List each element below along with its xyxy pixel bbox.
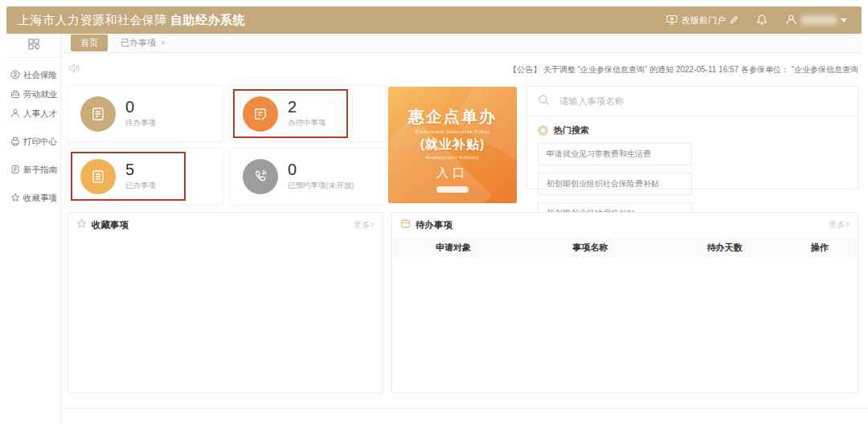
old-portal-label: 改版前门户 xyxy=(682,14,726,26)
sidebar-apps-toggle[interactable] xyxy=(6,34,60,58)
favorites-more-link[interactable]: 更多> xyxy=(354,219,375,230)
search-input[interactable] xyxy=(559,96,800,106)
app-window: 上海市人力资源和社会保障自助经办系统 改版前门户 xyxy=(0,0,868,436)
sidebar-menu: 社会保险 劳动就业 人事人才 xyxy=(6,58,60,208)
star-icon xyxy=(76,218,87,232)
guide-icon xyxy=(10,165,20,176)
monitor-icon xyxy=(666,14,678,26)
sidebar-item-talent[interactable]: 人事人才 xyxy=(6,104,60,124)
print-icon xyxy=(10,137,20,148)
todo-list-icon xyxy=(400,218,411,232)
banner-entry-button[interactable] xyxy=(436,186,469,193)
phone-icon xyxy=(243,159,278,194)
talent-icon xyxy=(10,108,20,120)
column-header: 事项名称 xyxy=(514,242,666,254)
hot-search-title: 热门搜索 xyxy=(554,124,589,137)
close-tab-icon[interactable]: × xyxy=(161,39,166,47)
sidebar-item-employment[interactable]: 劳动就业 xyxy=(6,85,60,104)
column-header: 待办天数 xyxy=(666,242,782,254)
hot-search-header: 热门搜索 xyxy=(527,116,858,140)
sidebar-item-label: 社会保险 xyxy=(23,70,57,81)
todo-table-header: 申请对象 事项名称 待办天数 操作 xyxy=(393,237,857,258)
todo-more-link[interactable]: 更多> xyxy=(829,219,850,230)
todo-panel-header: 待办事项 更多> xyxy=(392,213,858,237)
user-avatar-icon xyxy=(785,14,797,27)
tab-bar: 首页 已办事项 × xyxy=(61,34,862,53)
bell-icon xyxy=(756,18,768,27)
column-header: 申请对象 xyxy=(393,242,514,254)
column-header: 操作 xyxy=(783,242,857,254)
username-redacted xyxy=(801,15,837,25)
todo-panel-title: 待办事项 xyxy=(416,219,452,231)
search-bar[interactable] xyxy=(527,87,858,116)
in-progress-edit-icon xyxy=(243,96,278,132)
benefit-banner[interactable]: 惠企点单办 Preferential Enterprise Policy (就业… xyxy=(388,87,517,203)
horn-icon xyxy=(68,63,80,77)
banner-title-en: Preferential Enterprise Policy xyxy=(388,129,517,134)
app-title: 上海市人力资源和社会保障自助经办系统 xyxy=(18,13,245,28)
content-bottom-divider xyxy=(61,408,868,409)
announcement-text[interactable]: 【公告】 关于调整 “企业参保信息查询” 的通知 2022-05-11 16:5… xyxy=(509,64,858,75)
favorites-panel-header: 收藏事项 更多> xyxy=(68,213,383,237)
sidebar-item-label: 人事人才 xyxy=(23,108,57,120)
announcement-bar: 【公告】 关于调整 “企业参保信息查询” 的通知 2022-05-11 16:5… xyxy=(68,61,858,79)
done-doc-icon xyxy=(80,159,116,194)
stat-value: 5 xyxy=(125,161,156,178)
stats-cards: 0 待办事项 2 办理中事项 5 已办 xyxy=(68,85,386,206)
hot-icon xyxy=(538,125,548,136)
banner-entry-label: 入口 xyxy=(388,165,517,181)
favorites-icon xyxy=(10,193,20,204)
stat-card-reserved[interactable]: 0 已预约事项(未开放) xyxy=(230,148,386,205)
stat-label: 办理中事项 xyxy=(288,118,326,128)
sidebar-item-label: 打印中心 xyxy=(23,137,57,148)
favorites-panel-title: 收藏事项 xyxy=(92,219,129,231)
stat-value: 0 xyxy=(125,99,156,116)
user-menu[interactable] xyxy=(785,14,847,27)
stat-value: 2 xyxy=(288,99,326,116)
sidebar-item-label: 新手指南 xyxy=(23,165,57,176)
stat-label: 已办事项 xyxy=(125,181,156,191)
sidebar-item-label: 劳动就业 xyxy=(23,89,57,100)
sidebar-item-favorites[interactable]: 收藏事项 xyxy=(6,189,60,208)
tab-done-items[interactable]: 已办事项 × xyxy=(121,37,166,49)
stat-card-pending[interactable]: 0 待办事项 xyxy=(68,85,223,142)
pencil-icon xyxy=(730,15,739,26)
left-sidebar: 社会保险 劳动就业 人事人才 xyxy=(6,34,61,425)
app-title-main: 上海市人力资源和社会保障 xyxy=(18,13,167,26)
todo-panel: 待办事项 更多> 申请对象 事项名称 待办天数 操作 xyxy=(391,212,858,393)
hot-tag[interactable]: 申请就业见习带教费和生活费 xyxy=(538,143,692,165)
stat-card-done[interactable]: 5 已办事项 xyxy=(68,148,223,205)
app-title-sub: 自助经办系统 xyxy=(170,13,245,26)
social-insurance-icon xyxy=(10,70,20,81)
banner-subtitle: (就业补贴) xyxy=(388,137,517,153)
header-actions: 改版前门户 xyxy=(666,14,847,27)
old-portal-link[interactable]: 改版前门户 xyxy=(666,14,739,26)
sidebar-item-social-insurance[interactable]: 社会保险 xyxy=(6,66,60,85)
sidebar-item-print-center[interactable]: 打印中心 xyxy=(6,132,60,152)
stat-label: 待办事项 xyxy=(125,118,156,128)
sidebar-item-guide[interactable]: 新手指南 xyxy=(6,161,60,180)
search-panel: 热门搜索 申请就业见习带教费和生活费 初创期创业组织社会保险费补贴 初创期创业场… xyxy=(526,86,858,189)
tab-done-label: 已办事项 xyxy=(121,37,156,49)
tab-home[interactable]: 首页 xyxy=(71,35,108,51)
sidebar-item-label: 收藏事项 xyxy=(23,193,57,204)
top-header: 上海市人力资源和社会保障自助经办系统 改版前门户 xyxy=(6,6,862,34)
search-icon xyxy=(538,94,550,109)
stat-label: 已预约事项(未开放) xyxy=(288,181,354,191)
chevron-down-icon xyxy=(841,18,847,22)
employment-icon xyxy=(10,89,20,100)
grid-icon xyxy=(28,39,39,53)
banner-subtitle-en: Employment Subsidy xyxy=(388,155,517,160)
banner-title: 惠企点单办 xyxy=(388,106,517,128)
hot-tag[interactable]: 初创期创业组织社会保险费补贴 xyxy=(538,173,692,195)
notifications-bell[interactable] xyxy=(756,14,768,27)
favorites-panel: 收藏事项 更多> xyxy=(68,212,383,393)
stat-card-in-progress[interactable]: 2 办理中事项 xyxy=(230,85,386,142)
pending-doc-icon xyxy=(80,96,116,132)
stat-value: 0 xyxy=(288,161,354,178)
